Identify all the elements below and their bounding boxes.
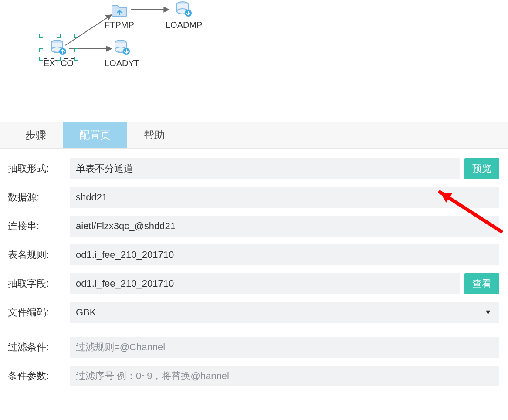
select-encoding[interactable]: GBK ▼ [70,302,499,323]
node-loadmp[interactable]: LOADMP [166,0,202,30]
input-params[interactable]: 过滤序号 例：0~9，将替换@hannel [70,366,499,386]
database-import-icon [113,38,131,57]
row-params: 条件参数: 过滤序号 例：0~9，将替换@hannel [8,366,499,386]
node-loadyt[interactable]: LOADYT [105,38,139,68]
tab-help[interactable]: 帮助 [127,122,181,148]
preview-button[interactable]: 预览 [464,158,499,179]
folder-upload-icon [110,0,129,18]
node-label: FTPMP [105,20,134,30]
config-form: 抽取形式: 单表不分通道 预览 数据源: shdd21 连接串: aietl/F… [0,149,508,386]
label-filter: 过滤条件: [8,341,70,354]
input-fields[interactable]: od1.i_fee_210_201710 [70,273,460,294]
tab-spacer [0,122,9,148]
label-fields: 抽取字段: [8,277,70,290]
label-encoding: 文件编码: [8,306,70,319]
node-ftpmp[interactable]: FTPMP [105,0,134,30]
tab-config[interactable]: 配置页 [63,122,127,148]
tab-step[interactable]: 步骤 [9,122,63,148]
workflow-canvas[interactable]: EXTCO FTPMP LOADMP [0,0,508,122]
input-datasource[interactable]: shdd21 [70,187,499,208]
label-params: 条件参数: [8,369,70,383]
row-filter: 过滤条件: 过滤规则=@Channel [8,337,499,358]
view-button[interactable]: 查看 [464,273,499,294]
chevron-down-icon: ▼ [484,308,491,316]
input-filter[interactable]: 过滤规则=@Channel [70,337,499,358]
selection-outline [41,36,76,59]
row-extract-mode: 抽取形式: 单表不分通道 预览 [8,158,499,179]
input-extract-mode[interactable]: 单表不分通道 [70,158,460,179]
label-extract-mode: 抽取形式: [8,162,70,175]
node-extco[interactable]: EXTCO [44,38,74,68]
label-connection: 连接串: [8,220,70,233]
row-table-rule: 表名规则: od1.i_fee_210_201710 [8,244,499,265]
input-connection[interactable]: aietl/Flzx3qc_@shdd21 [70,216,499,237]
row-connection: 连接串: aietl/Flzx3qc_@shdd21 [8,216,499,237]
node-label: LOADYT [105,58,139,68]
input-table-rule[interactable]: od1.i_fee_210_201710 [70,244,499,265]
database-import-icon [175,0,193,18]
select-encoding-value: GBK [76,307,96,318]
row-fields: 抽取字段: od1.i_fee_210_201710 查看 [8,273,499,294]
node-label: LOADMP [166,20,202,30]
tab-strip: 步骤 配置页 帮助 [0,122,508,149]
label-datasource: 数据源: [8,191,70,204]
edge-extco-ftpmp [0,0,508,122]
label-table-rule: 表名规则: [8,248,70,261]
row-datasource: 数据源: shdd21 [8,187,499,208]
row-encoding: 文件编码: GBK ▼ [8,302,499,323]
